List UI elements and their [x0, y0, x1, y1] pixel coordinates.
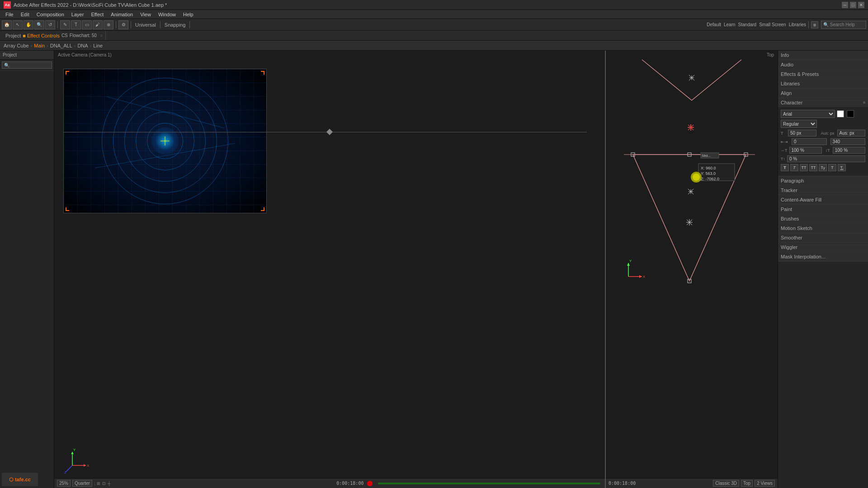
toggle-safe[interactable]: ⊡ — [102, 481, 106, 486]
font-select[interactable]: Arial — [781, 110, 835, 118]
window-controls[interactable]: ─ □ ✕ — [842, 2, 864, 8]
bc-line[interactable]: Line — [93, 43, 103, 48]
tab-effect-controls[interactable]: ■ Effect Controls — [23, 33, 60, 38]
bc-array-cube[interactable]: Array Cube — [4, 43, 29, 48]
workspace-learn[interactable]: Learn — [724, 22, 736, 27]
rec-btn[interactable] — [367, 481, 373, 486]
font-style-select[interactable]: Regular — [781, 120, 817, 128]
fill-color-swatch[interactable] — [837, 110, 844, 117]
bc-main[interactable]: Main — [34, 43, 45, 48]
section-motion-sketch: Motion Sketch — [778, 224, 868, 233]
panel-options-btn[interactable]: ≡ — [811, 21, 818, 28]
flowchart-label[interactable]: Flowchart: 50 — [70, 33, 97, 38]
section-motion-sketch-header[interactable]: Motion Sketch — [778, 224, 868, 233]
menu-composition[interactable]: Composition — [33, 10, 68, 19]
project-panel: Project 🔍 — [0, 51, 54, 488]
toggle-guides[interactable]: ┼ — [108, 481, 110, 486]
auto-size-input[interactable]: 340 — [830, 138, 866, 145]
scale-h-input[interactable]: 100 % — [789, 147, 822, 154]
viewport-camera[interactable]: Active Camera (Camera 1) X Y Z — [54, 51, 606, 488]
bc-dna-all[interactable]: DNA_ALL — [50, 43, 72, 48]
section-character-header[interactable]: Character ≡ — [778, 98, 868, 107]
zoom-select[interactable]: 25% — [57, 480, 71, 487]
section-brushes-header[interactable]: Brushes — [778, 214, 868, 223]
tab-project[interactable]: Project — [5, 33, 21, 38]
menu-help[interactable]: Help — [179, 10, 197, 19]
home-btn[interactable]: 🏠 — [2, 20, 12, 29]
super-btn[interactable]: Ty — [819, 164, 827, 171]
underline-btn[interactable]: T. — [838, 164, 846, 171]
sep5 — [189, 21, 190, 28]
ctrl-sep1: | — [94, 481, 95, 486]
zoom-tool[interactable]: 🔍 — [34, 20, 44, 29]
views-select[interactable]: 2 Views — [755, 480, 775, 487]
workspace-small[interactable]: Small Screen — [759, 22, 786, 27]
svg-text:Y: 563.0: Y: 563.0 — [701, 171, 716, 176]
text-tool[interactable]: T — [71, 20, 81, 29]
maximize-button[interactable]: □ — [850, 2, 856, 8]
project-tab-section: Project ■ Effect Controls CS Flowchart: … — [3, 31, 106, 40]
minimize-button[interactable]: ─ — [842, 2, 848, 8]
viewport-top[interactable]: Top — [606, 51, 778, 488]
section-wiggler-header[interactable]: Wiggler — [778, 243, 868, 252]
comp-view[interactable] — [63, 69, 267, 213]
leading-input[interactable]: Aus: px — [837, 130, 866, 136]
section-effects-header[interactable]: Effects & Presets — [778, 70, 868, 79]
logo-text: ⬡ tafe.cc — [9, 477, 31, 483]
toggle-grid[interactable]: ⊞ — [97, 481, 100, 486]
quality-select[interactable]: Quarter — [72, 480, 92, 487]
bc-dna[interactable]: DNA — [77, 43, 88, 48]
hand-tool[interactable]: ✋ — [24, 20, 33, 29]
section-paragraph-header[interactable]: Paragraph — [778, 176, 868, 185]
section-paint-header[interactable]: Paint — [778, 205, 868, 214]
bold-btn[interactable]: T — [781, 164, 789, 171]
view-mode-select[interactable]: Classic 3D — [713, 480, 739, 487]
menu-file[interactable]: File — [2, 10, 17, 19]
workspace-libraries[interactable]: Libraries — [789, 22, 806, 27]
section-smoother-header[interactable]: Smoother — [778, 233, 868, 242]
allcaps-btn[interactable]: TT — [800, 164, 808, 171]
menu-window[interactable]: Window — [155, 10, 179, 19]
section-content-aware-header[interactable]: Content-Aware Fill — [778, 195, 868, 204]
axis-widget: X Y Z — [63, 447, 90, 474]
menu-layer[interactable]: Layer — [68, 10, 88, 19]
font-size-input[interactable]: 50 px — [788, 130, 816, 136]
menu-edit[interactable]: Edit — [17, 10, 33, 19]
shape-tool[interactable]: ▭ — [82, 20, 92, 29]
menu-animation[interactable]: Animation — [107, 10, 137, 19]
sub-btn[interactable]: T — [828, 164, 836, 171]
puppet-tool[interactable]: ⚙ — [118, 20, 128, 29]
svg-text:X: X — [643, 275, 646, 279]
section-info-header[interactable]: Info — [778, 51, 868, 60]
baseline-input[interactable]: 0 % — [787, 155, 865, 162]
camera-view-select[interactable]: Top — [741, 480, 753, 487]
workspace-standard[interactable]: Standard — [738, 22, 757, 27]
breadcrumb-bar: Array Cube › Main › DNA_ALL › DNA › Line — [0, 41, 868, 51]
tracking-input[interactable]: 0 — [792, 138, 827, 145]
clone-tool[interactable]: ⊕ — [104, 20, 113, 29]
scale-v-input[interactable]: 100 % — [833, 147, 865, 154]
project-search[interactable]: 🔍 — [2, 61, 52, 69]
select-tool[interactable]: ↖ — [13, 20, 23, 29]
brush-tool[interactable]: 🖌 — [93, 20, 103, 29]
italic-btn[interactable]: T — [790, 164, 798, 171]
workspace-default[interactable]: Default — [707, 22, 721, 27]
font-style-row: Regular — [781, 120, 865, 128]
section-tracker-header[interactable]: Tracker — [778, 186, 868, 195]
search-input[interactable]: 🔍 Search Help — [821, 21, 866, 29]
section-audio-header[interactable]: Audio — [778, 60, 868, 69]
smallcaps-btn[interactable]: TT — [809, 164, 817, 171]
section-align-header[interactable]: Align — [778, 89, 868, 98]
svg-marker-4 — [71, 452, 74, 454]
section-libraries-header[interactable]: Libraries — [778, 79, 868, 88]
pen-tool[interactable]: ✎ — [60, 20, 70, 29]
close-button[interactable]: ✕ — [858, 2, 864, 8]
snapping-label[interactable]: Snapping — [163, 22, 188, 28]
menu-view[interactable]: View — [137, 10, 155, 19]
viewport-area: Active Camera (Camera 1) X Y Z — [54, 51, 778, 488]
rotate-tool[interactable]: ↺ — [45, 20, 55, 29]
menu-effect[interactable]: Effect — [87, 10, 107, 19]
stroke-color-swatch[interactable] — [847, 110, 854, 117]
font-size-row: T 50 px Aus: px Aus: px — [781, 130, 865, 136]
section-mask-interp-header[interactable]: Mask Interpolation... — [778, 252, 868, 261]
